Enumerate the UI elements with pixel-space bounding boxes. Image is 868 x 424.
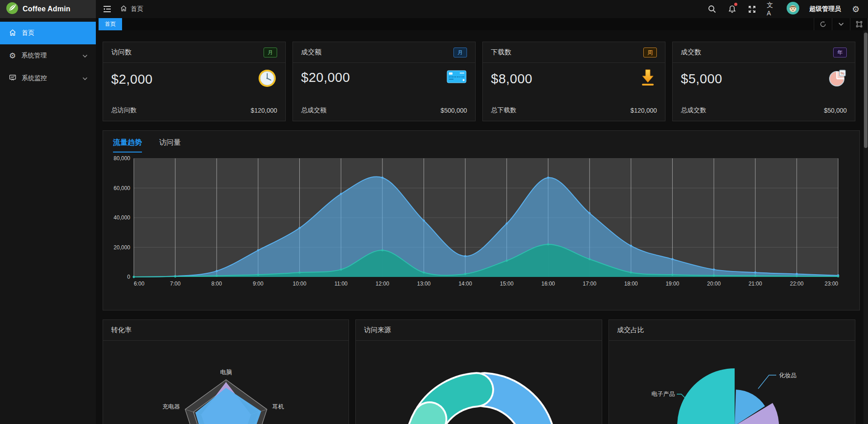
x-axis-label: 19:00 bbox=[665, 281, 679, 287]
series-blue-marker bbox=[589, 212, 591, 214]
visit-source-donut-chart bbox=[356, 341, 602, 424]
maximize-icon[interactable] bbox=[850, 18, 868, 30]
stat-footer-label: 总下载数 bbox=[491, 106, 516, 114]
series-teal-marker bbox=[174, 276, 176, 278]
x-axis-label: 16:00 bbox=[541, 281, 555, 287]
topbar-left: 首页 bbox=[96, 4, 707, 14]
label-line bbox=[758, 375, 776, 389]
series-teal-marker bbox=[133, 276, 135, 278]
series-teal-marker bbox=[340, 268, 342, 271]
series-blue-marker bbox=[464, 255, 467, 257]
sidebar-item-home[interactable]: 首页 bbox=[0, 22, 96, 44]
breadcrumb-label: 首页 bbox=[131, 5, 143, 13]
series-teal-marker bbox=[464, 273, 467, 275]
series-blue-marker bbox=[216, 270, 218, 272]
period-badge: 年 bbox=[833, 48, 847, 57]
x-axis-label: 22:00 bbox=[790, 281, 803, 287]
radar-label: 充电器 bbox=[162, 403, 180, 410]
topbar-right: 文A 超级管理员 ⚙ bbox=[707, 2, 868, 16]
series-blue-marker bbox=[423, 219, 425, 222]
series-blue-marker bbox=[547, 176, 549, 179]
x-axis-label: 12:00 bbox=[376, 281, 389, 287]
series-blue-marker bbox=[713, 268, 715, 271]
radar-label: 电脑 bbox=[220, 369, 232, 376]
traffic-area-chart: 020,00040,00060,00080,0006:007:008:009:0… bbox=[103, 152, 859, 303]
y-axis-label: 0 bbox=[127, 274, 130, 280]
series-blue-marker bbox=[505, 223, 508, 225]
gear-icon[interactable]: ⚙ bbox=[851, 4, 861, 14]
y-axis-label: 40,000 bbox=[113, 214, 130, 221]
tab-visits[interactable]: 访问量 bbox=[159, 138, 181, 152]
stat-footer-value: $50,000 bbox=[824, 107, 847, 114]
svg-text:%: % bbox=[840, 71, 844, 76]
series-teal-marker bbox=[589, 258, 591, 260]
clock-icon bbox=[257, 68, 277, 90]
x-axis-label: 9:00 bbox=[253, 281, 264, 287]
y-axis-label: 20,000 bbox=[113, 244, 130, 251]
gear-icon: ⚙ bbox=[9, 52, 16, 60]
trend-card: 流量趋势 访问量 020,00040,00060,00080,0006:007:… bbox=[103, 130, 860, 310]
x-axis-label: 21:00 bbox=[749, 281, 762, 287]
coffee-admin-dashboard: Coffee Admin 首页 bbox=[0, 0, 868, 424]
series-blue-marker bbox=[671, 258, 674, 260]
x-axis-label: 11:00 bbox=[335, 281, 348, 287]
stat-value: $8,000 bbox=[491, 71, 533, 86]
x-axis-label: 18:00 bbox=[624, 281, 638, 287]
stat-footer-label: 总访问数 bbox=[111, 106, 137, 114]
stat-footer-label: 总成交额 bbox=[301, 106, 326, 114]
series-teal-marker bbox=[754, 275, 756, 277]
visit-source-card: 访问来源 bbox=[355, 319, 602, 424]
tab-home[interactable]: 首页 bbox=[99, 18, 122, 30]
pie-icon: % bbox=[828, 68, 847, 89]
fullscreen-icon[interactable] bbox=[747, 4, 757, 14]
conversion-radar-chart: 电脑充电器耳机 bbox=[103, 341, 349, 424]
chevron-down-icon[interactable] bbox=[832, 18, 850, 30]
translate-icon[interactable]: 文A bbox=[767, 4, 777, 14]
series-blue-marker bbox=[796, 273, 798, 275]
trend-tabs: 流量趋势 访问量 bbox=[103, 131, 859, 152]
stat-card-title: 下载数 bbox=[491, 48, 511, 57]
stat-card-turnover: 成交额 月 $20,000 总成交额 $500,000 bbox=[292, 42, 476, 121]
sidebar: 首页 ⚙ 系统管理 系统监控 bbox=[0, 18, 96, 424]
sidebar-item-system-monitor[interactable]: 系统监控 bbox=[0, 67, 96, 90]
sidebar-item-label: 首页 bbox=[22, 29, 34, 37]
stat-card-title: 成交数 bbox=[681, 48, 701, 57]
stat-value: $20,000 bbox=[301, 70, 350, 85]
card-title: 成交占比 bbox=[617, 326, 644, 334]
series-blue-marker bbox=[257, 249, 259, 252]
tab-traffic-trend[interactable]: 流量趋势 bbox=[113, 138, 142, 152]
card-title: 访问来源 bbox=[364, 326, 391, 334]
username[interactable]: 超级管理员 bbox=[809, 5, 841, 13]
refresh-icon[interactable] bbox=[814, 18, 832, 30]
stat-footer-value: $120,000 bbox=[631, 107, 657, 114]
deal-share-card: 成交占比 化妆品电子产品 bbox=[609, 319, 855, 424]
sidebar-item-label: 系统管理 bbox=[21, 52, 47, 60]
bell-icon[interactable] bbox=[727, 4, 737, 14]
stat-footer-value: $500,000 bbox=[441, 107, 467, 114]
logo-area[interactable]: Coffee Admin bbox=[0, 0, 96, 18]
x-axis-label: 6:00 bbox=[134, 281, 145, 287]
series-teal-marker bbox=[216, 275, 218, 277]
scrollbar[interactable] bbox=[863, 30, 868, 424]
stat-footer-value: $120,000 bbox=[251, 107, 277, 114]
series-blue-marker bbox=[298, 227, 301, 229]
pie-label: 化妆品 bbox=[779, 372, 797, 379]
sidebar-item-label: 系统监控 bbox=[22, 74, 47, 82]
period-badge: 周 bbox=[643, 48, 657, 57]
app-title: Coffee Admin bbox=[23, 5, 71, 13]
scrollbar-thumb[interactable] bbox=[864, 33, 868, 148]
period-badge: 月 bbox=[264, 48, 277, 57]
breadcrumb[interactable]: 首页 bbox=[120, 5, 143, 13]
stat-value: $5,000 bbox=[681, 71, 722, 86]
series-teal-marker bbox=[671, 274, 674, 276]
x-axis-label: 10:00 bbox=[293, 281, 307, 287]
search-icon[interactable] bbox=[707, 4, 717, 14]
sidebar-item-system-management[interactable]: ⚙ 系统管理 bbox=[0, 44, 96, 67]
avatar[interactable] bbox=[787, 2, 799, 16]
series-teal-marker bbox=[505, 260, 508, 262]
tabstrip: 首页 bbox=[96, 18, 868, 30]
stat-card-title: 成交额 bbox=[301, 48, 321, 57]
collapse-menu-icon[interactable] bbox=[102, 4, 112, 14]
x-axis-label: 13:00 bbox=[417, 281, 431, 287]
rose-slice bbox=[677, 368, 735, 424]
